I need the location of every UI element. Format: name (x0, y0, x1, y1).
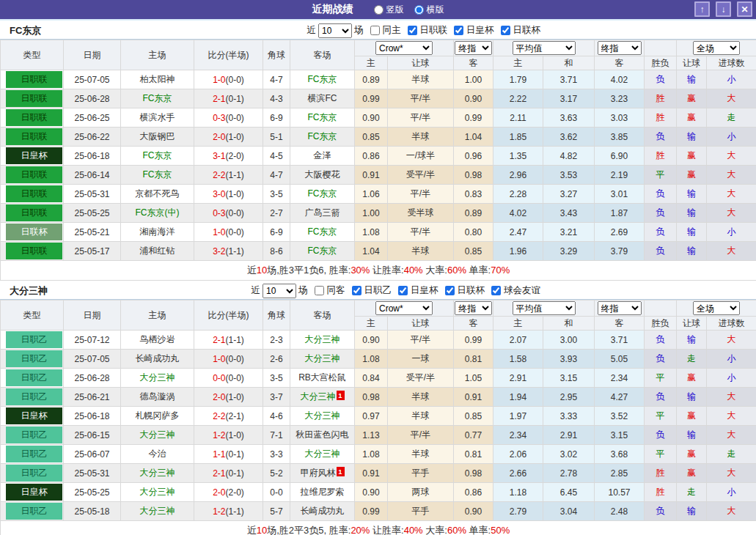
avg-home-odds: 2.28 (493, 185, 543, 204)
summary-segment: 让胜率: (370, 525, 403, 535)
match-date: 25-06-14 (64, 166, 121, 185)
avg-draw-odds: 3.27 (543, 185, 595, 204)
league-filter-checkbox[interactable] (454, 26, 463, 35)
avg-away-odds: 3.01 (595, 185, 645, 204)
handicap-away-odds: 0.90 (454, 502, 493, 521)
layout-option-horizontal[interactable]: 横版 (414, 4, 444, 16)
result-handicap: 赢 (677, 89, 707, 108)
handicap-away-odds: 0.99 (454, 331, 493, 350)
odds-source-select[interactable]: Crow* (375, 41, 433, 55)
match-score: 2-2(2-1) (194, 407, 263, 426)
result-winloss: 负 (645, 185, 677, 204)
away-team: 甲府风林1 (290, 464, 355, 483)
final-odds-select[interactable]: 终指 (455, 301, 491, 315)
final-odds-select[interactable]: 终指 (455, 41, 491, 55)
fulltime-score: 2-2 (213, 170, 225, 180)
result-goals: 小 (707, 128, 756, 147)
away-team: FC东京 (290, 185, 355, 204)
scope-select[interactable]: 全场 (693, 301, 740, 315)
avg-home-odds: 2.79 (493, 502, 543, 521)
layout-radio-vertical[interactable] (374, 5, 383, 15)
avg-draw-odds: 3.43 (543, 204, 595, 223)
matches-label: 场 (354, 24, 364, 37)
corner-score: 2-6 (263, 350, 290, 369)
same-venue-label: 同客 (327, 284, 345, 297)
result-handicap: 输 (677, 128, 707, 147)
result-winloss: 负 (645, 350, 677, 369)
league-filter-checkbox[interactable] (398, 286, 408, 295)
match-score: 2-1(0-1) (194, 89, 263, 108)
avg-draw-odds: 3.93 (543, 350, 595, 369)
move-down-button[interactable]: ↓ (716, 1, 731, 17)
same-venue-checkbox[interactable] (315, 286, 324, 295)
recent-count-select[interactable]: 10 (263, 284, 296, 298)
handicap-away-odds: 1.00 (454, 70, 493, 89)
home-team: 德岛漩涡 (121, 388, 194, 407)
handicap-away-odds: 0.85 (454, 242, 493, 261)
summary-text: 近10场,胜2平3负5, 胜率:20% 让胜率:40% 大率:60% 单率:50… (1, 521, 756, 535)
result-winloss: 胜 (645, 464, 677, 483)
move-up-button[interactable]: ↑ (694, 1, 710, 17)
league-filter-checkbox[interactable] (408, 26, 417, 35)
league-badge: 日职乙 (6, 350, 62, 367)
league-type-cell: 日职乙 (1, 502, 64, 521)
league-type-cell: 日职乙 (1, 445, 64, 464)
average-odds-select[interactable]: 平均值 (513, 301, 576, 315)
result-handicap: 输 (677, 331, 707, 350)
away-team-name: FC东京 (308, 226, 337, 237)
avg-away-odds: 2.69 (595, 223, 645, 242)
league-filter-checkbox[interactable] (445, 286, 455, 295)
fulltime-score: 0-3 (213, 113, 225, 123)
final-odds-select-2[interactable]: 终指 (598, 41, 642, 55)
league-type-cell: 日职联 (1, 108, 64, 128)
result-goals: 大 (707, 331, 756, 350)
fulltime-score: 2-1 (213, 468, 225, 479)
handicap-home-odds: 0.91 (355, 464, 388, 483)
layout-option-vertical[interactable]: 竖版 (374, 4, 404, 16)
recent-count-select[interactable]: 10 (318, 23, 352, 38)
match-row: 日职联25-06-14FC东京2-2(1-1)4-7大阪樱花0.91受平/半0.… (1, 166, 756, 185)
close-button[interactable]: ✕ (737, 1, 752, 17)
corner-score: 5-7 (263, 502, 290, 521)
fulltime-score: 3-2 (213, 246, 225, 257)
away-team: FC东京 (290, 128, 355, 147)
result-handicap: 输 (677, 242, 707, 261)
match-date: 25-05-31 (64, 185, 121, 204)
home-team-name: 今治 (149, 449, 166, 459)
average-odds-select[interactable]: 平均值 (513, 41, 576, 55)
league-type-cell: 日皇杯 (1, 483, 64, 502)
sub-header-winloss: 胜负 (645, 56, 677, 70)
summary-segment: 60% (447, 265, 466, 276)
corner-score: 5-2 (263, 464, 290, 483)
results-table: 类型日期主场比分(半场)角球客场Crow*终指平均值终指全场主让球客主和客胜负让… (0, 40, 756, 281)
handicap-home-odds: 1.13 (355, 426, 388, 445)
corner-score: 2-7 (263, 204, 290, 223)
final-odds-select-2[interactable]: 终指 (598, 301, 642, 315)
home-team: 横滨水手 (121, 108, 194, 128)
scope-select[interactable]: 全场 (693, 41, 740, 55)
home-team-name: 德岛漩涡 (140, 391, 175, 402)
away-team: 大分三神 (290, 407, 355, 426)
avg-draw-odds: 2.95 (543, 388, 595, 407)
odds-source-cell: Crow* (355, 300, 454, 317)
avg-away-odds: 3.71 (595, 331, 645, 350)
league-type-cell: 日职联 (1, 70, 64, 89)
league-badge: 日皇杯 (6, 147, 62, 164)
league-filter-checkbox[interactable] (491, 286, 501, 295)
layout-radio-horizontal[interactable] (414, 5, 424, 15)
away-team-name: 大分三神 (305, 353, 340, 364)
result-winloss: 胜 (645, 147, 677, 166)
league-type-cell: 日联杯 (1, 223, 64, 242)
corner-score: 8-6 (263, 242, 290, 261)
league-type-cell: 日职乙 (1, 350, 64, 369)
fulltime-score: 1-0 (213, 354, 225, 364)
result-goals: 大 (707, 204, 756, 223)
result-winloss: 平 (645, 166, 677, 185)
league-filter-checkbox[interactable] (501, 26, 510, 35)
same-venue-checkbox[interactable] (370, 26, 380, 35)
avg-away-odds: 4.27 (595, 388, 645, 407)
home-team-name: 大分三神 (140, 429, 175, 440)
odds-source-select[interactable]: Crow* (375, 301, 433, 315)
league-filter-checkbox[interactable] (352, 286, 362, 295)
summary-segment: 近 (247, 265, 257, 276)
